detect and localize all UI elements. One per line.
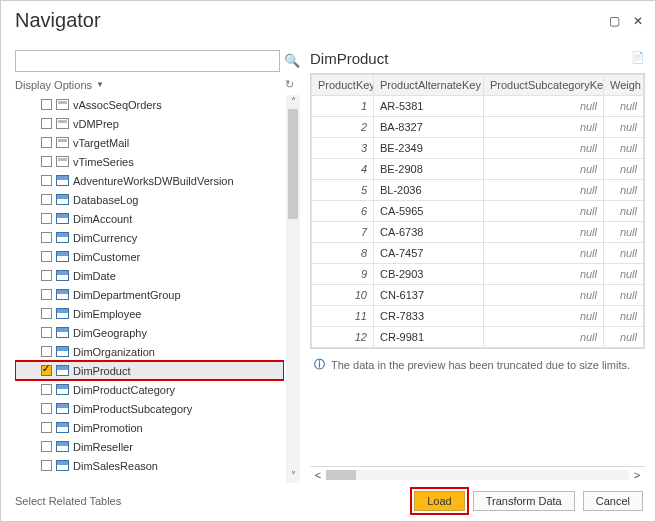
tree-item[interactable]: DimGeography	[15, 323, 284, 342]
scroll-left-icon[interactable]: <	[310, 469, 326, 481]
col-header[interactable]: ProductKey	[312, 75, 374, 96]
cell-productsubcategorykey: null	[484, 201, 604, 222]
tree-item-label: vTimeSeries	[73, 156, 134, 168]
table-row[interactable]: 12CR-9981nullnull	[312, 327, 644, 348]
table-row[interactable]: 7CA-6738nullnull	[312, 222, 644, 243]
tree-item-checkbox[interactable]	[41, 460, 52, 471]
tree-item[interactable]: DimProduct	[15, 361, 284, 380]
tree-item[interactable]: vTimeSeries	[15, 152, 284, 171]
restore-icon[interactable]: ▢	[607, 14, 621, 28]
tree-item-label: DatabaseLog	[73, 194, 138, 206]
tree-item[interactable]: DatabaseLog	[15, 190, 284, 209]
scroll-down-icon[interactable]: ˅	[291, 469, 296, 483]
tree-item[interactable]: vTargetMail	[15, 133, 284, 152]
tree-item-checkbox[interactable]	[41, 384, 52, 395]
tree-item-checkbox[interactable]	[41, 213, 52, 224]
tree-item-checkbox[interactable]	[41, 137, 52, 148]
table-row[interactable]: 8CA-7457nullnull	[312, 243, 644, 264]
tree-item[interactable]: DimReseller	[15, 437, 284, 456]
table-row[interactable]: 11CR-7833nullnull	[312, 306, 644, 327]
hscroll-thumb[interactable]	[326, 470, 356, 480]
view-icon	[56, 118, 69, 129]
tree-item-checkbox[interactable]	[41, 441, 52, 452]
search-input[interactable]	[15, 50, 280, 72]
tree-item-checkbox[interactable]	[41, 194, 52, 205]
tree-item[interactable]: DimDate	[15, 266, 284, 285]
table-row[interactable]: 10CN-6137nullnull	[312, 285, 644, 306]
scroll-up-icon[interactable]: ˄	[291, 95, 296, 109]
table-row[interactable]: 2BA-8327nullnull	[312, 117, 644, 138]
tree-item-checkbox[interactable]	[41, 251, 52, 262]
refresh-icon[interactable]: ↻	[285, 78, 294, 91]
table-row[interactable]: 9CB-2903nullnull	[312, 264, 644, 285]
cell-productkey: 11	[312, 306, 374, 327]
tree-item[interactable]: vDMPrep	[15, 114, 284, 133]
close-icon[interactable]: ✕	[631, 14, 645, 28]
preview-title: DimProduct	[310, 50, 388, 67]
tree-item-checkbox[interactable]	[41, 422, 52, 433]
tree-item-checkbox[interactable]	[41, 365, 52, 376]
table-icon	[56, 213, 69, 224]
tree-item-checkbox[interactable]	[41, 403, 52, 414]
tree-item[interactable]: DimEmployee	[15, 304, 284, 323]
tree-item-checkbox[interactable]	[41, 99, 52, 110]
preview-options-icon[interactable]: 📄	[631, 51, 645, 67]
table-row[interactable]: 6CA-5965nullnull	[312, 201, 644, 222]
tree-item[interactable]: vAssocSeqOrders	[15, 95, 284, 114]
table-icon	[56, 289, 69, 300]
tree-item[interactable]: DimProductCategory	[15, 380, 284, 399]
table-icon	[56, 194, 69, 205]
tree-item-checkbox[interactable]	[41, 175, 52, 186]
tree-item-label: DimCustomer	[73, 251, 140, 263]
tree-item-checkbox[interactable]	[41, 289, 52, 300]
tree-item[interactable]: DimOrganization	[15, 342, 284, 361]
tree-item[interactable]: DimCustomer	[15, 247, 284, 266]
tree-item-label: DimReseller	[73, 441, 133, 453]
cell-productalternatekey: CA-7457	[374, 243, 484, 264]
cancel-button[interactable]: Cancel	[583, 491, 643, 511]
load-button[interactable]: Load	[414, 491, 464, 511]
tree-item[interactable]: AdventureWorksDWBuildVersion	[15, 171, 284, 190]
cell-productkey: 8	[312, 243, 374, 264]
table-row[interactable]: 3BE-2349nullnull	[312, 138, 644, 159]
tree-item-checkbox[interactable]	[41, 270, 52, 281]
table-icon	[56, 308, 69, 319]
col-header[interactable]: Weigh	[604, 75, 644, 96]
tree-item-checkbox[interactable]	[41, 118, 52, 129]
tree-item-label: DimAccount	[73, 213, 132, 225]
tree-item[interactable]: DimProductSubcategory	[15, 399, 284, 418]
tree-item-checkbox[interactable]	[41, 308, 52, 319]
view-icon	[56, 137, 69, 148]
col-header[interactable]: ProductAlternateKey	[374, 75, 484, 96]
cell-productalternatekey: CR-9981	[374, 327, 484, 348]
table-icon	[56, 441, 69, 452]
table-row[interactable]: 4BE-2908nullnull	[312, 159, 644, 180]
transform-data-button[interactable]: Transform Data	[473, 491, 575, 511]
tree-item[interactable]: DimAccount	[15, 209, 284, 228]
cell-weight: null	[604, 201, 644, 222]
vscroll-track[interactable]	[286, 109, 300, 469]
cell-productsubcategorykey: null	[484, 159, 604, 180]
grid-header-row: ProductKey ProductAlternateKey ProductSu…	[312, 75, 644, 96]
tree-item-checkbox[interactable]	[41, 346, 52, 357]
tree-item-checkbox[interactable]	[41, 232, 52, 243]
tree-item[interactable]: DimPromotion	[15, 418, 284, 437]
vscroll-thumb[interactable]	[288, 109, 298, 219]
tree-item[interactable]: DimCurrency	[15, 228, 284, 247]
select-related-tables-button[interactable]: Select Related Tables	[15, 492, 133, 510]
cell-weight: null	[604, 222, 644, 243]
tree-item[interactable]: DimDepartmentGroup	[15, 285, 284, 304]
tree-item-checkbox[interactable]	[41, 327, 52, 338]
display-options-dropdown[interactable]: Display Options ▼	[15, 79, 104, 91]
table-row[interactable]: 5BL-2036nullnull	[312, 180, 644, 201]
tree-vscrollbar[interactable]: ˄ ˅	[286, 95, 300, 483]
tree-item[interactable]: DimSalesReason	[15, 456, 284, 475]
col-header[interactable]: ProductSubcategoryKey	[484, 75, 604, 96]
preview-hscrollbar[interactable]: < >	[310, 466, 645, 483]
search-icon[interactable]: 🔍	[284, 53, 300, 69]
table-row[interactable]: 1AR-5381nullnull	[312, 96, 644, 117]
hscroll-track[interactable]	[326, 470, 629, 480]
scroll-right-icon[interactable]: >	[629, 469, 645, 481]
cell-productalternatekey: CN-6137	[374, 285, 484, 306]
tree-item-checkbox[interactable]	[41, 156, 52, 167]
